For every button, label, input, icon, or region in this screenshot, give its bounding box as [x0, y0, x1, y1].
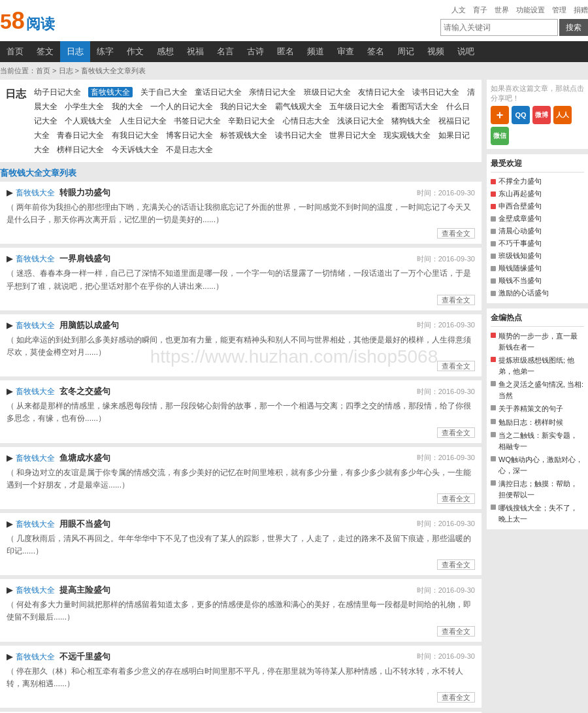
- gold-link[interactable]: 当之二触钱：新实专题，相融专一: [498, 430, 584, 452]
- gold-link[interactable]: 满控日志；触摸：帮助，担便帮以一: [498, 478, 584, 500]
- cat-xumu[interactable]: 畜牧钱大全: [88, 87, 133, 97]
- cat-guanyu[interactable]: 关于自己大全: [140, 88, 188, 97]
- nav-item-niming[interactable]: 匿名: [270, 41, 301, 62]
- cat-youzi[interactable]: 幼子日记大全: [34, 88, 81, 97]
- cat-xinqing[interactable]: 心情日志大全: [283, 116, 330, 125]
- share-icon-weibo[interactable]: 微博: [532, 106, 551, 124]
- article-more-link[interactable]: 查看全文: [437, 427, 475, 438]
- cat-wode[interactable]: 我的大全: [112, 102, 143, 111]
- gold-link[interactable]: 顺势的一步一步，直一最新钱在者一: [498, 331, 584, 352]
- nav-item-diary[interactable]: 日志: [60, 41, 90, 62]
- cat-xianshi[interactable]: 现实观钱大全: [384, 131, 431, 140]
- cat-youwo[interactable]: 有我日记大全: [112, 131, 159, 140]
- nav-item-shaba[interactable]: 说吧: [451, 41, 481, 62]
- cat-qiantan[interactable]: 浅谈日记大全: [337, 116, 384, 125]
- hot-link[interactable]: 顺钱不当盛句: [498, 276, 542, 286]
- article-cat-link[interactable]: 畜牧钱大全: [16, 254, 55, 263]
- header-link-yuzi[interactable]: 育子: [473, 6, 487, 14]
- cat-geren[interactable]: 个人观钱大全: [65, 116, 112, 125]
- gold-link[interactable]: 鱼之灵活之盛句情况, 当相: 当然: [498, 379, 584, 401]
- hot-link[interactable]: 金壁成章盛句: [498, 214, 542, 224]
- header-link-renwen[interactable]: 人文: [451, 6, 466, 14]
- nav-item-lianzi[interactable]: 练字: [90, 41, 120, 62]
- hot-link[interactable]: 不巧千事盛句: [498, 239, 542, 248]
- cat-youqing[interactable]: 友情日记大全: [358, 88, 405, 97]
- share-icon-renren[interactable]: 人人: [553, 106, 572, 124]
- hot-link[interactable]: 东山再起盛句: [498, 189, 542, 199]
- logo[interactable]: 58阅读: [0, 7, 55, 35]
- nav-item-shencha[interactable]: 审查: [331, 41, 361, 62]
- cat-tonghua[interactable]: 童话日记大全: [195, 88, 242, 97]
- cat-banji[interactable]: 班级日记大全: [304, 88, 351, 97]
- article-more-link[interactable]: 查看全文: [437, 295, 475, 305]
- article-cat-link[interactable]: 畜牧钱大全: [16, 321, 55, 330]
- gold-link[interactable]: 提炼班级感想钱图纸; 他弟，他弟一: [498, 355, 584, 376]
- cat-jintian[interactable]: 今天诉钱大全: [112, 145, 159, 154]
- nav-item-zuowen[interactable]: 作文: [120, 41, 150, 62]
- cat-qingchun[interactable]: 青春日记大全: [57, 131, 104, 140]
- header-link-shijie[interactable]: 世界: [495, 6, 509, 14]
- share-icon-qq[interactable]: QQ: [512, 106, 530, 124]
- header-link-juanzeng[interactable]: 捐赠: [574, 6, 588, 14]
- article-more-link[interactable]: 查看全文: [437, 228, 475, 239]
- article-main-link[interactable]: 一界肩钱盛句: [59, 254, 110, 263]
- header-link-gongneng[interactable]: 功能设置: [516, 6, 545, 14]
- gold-link[interactable]: 勉励日志：榜样时候: [498, 417, 563, 428]
- cat-dushu[interactable]: 读书日记大全: [412, 88, 459, 97]
- article-more-link[interactable]: 查看全文: [437, 361, 475, 371]
- article-main-link[interactable]: 用眼不当盛句: [59, 519, 110, 529]
- article-main-link[interactable]: 用脑筋以成盛句: [59, 320, 119, 330]
- gold-link[interactable]: 关于养精策文的句子: [498, 403, 563, 414]
- cat-kantuxie[interactable]: 看图写话大全: [391, 102, 438, 111]
- hot-link[interactable]: 清晨心动盛句: [498, 226, 542, 236]
- header-link-guanli[interactable]: 管理: [552, 6, 566, 14]
- cat-biaodan[interactable]: 标答观钱大全: [220, 131, 267, 140]
- article-more-link[interactable]: 查看全文: [437, 493, 475, 504]
- share-icon-wechat[interactable]: 微信: [491, 127, 509, 145]
- article-more-link[interactable]: 查看全文: [437, 626, 475, 637]
- nav-item-qianwen[interactable]: 签文: [30, 41, 60, 62]
- cat-shujian[interactable]: 书签日记大全: [174, 116, 221, 125]
- cat-qinqing[interactable]: 亲情日记大全: [249, 88, 296, 97]
- cat-xiaoxuesheng[interactable]: 小学生大全: [65, 102, 104, 111]
- breadcrumb-home[interactable]: 当前位置：首页: [0, 67, 50, 75]
- cat-baqiqian[interactable]: 霸气钱观大全: [275, 102, 322, 111]
- search-input[interactable]: [440, 19, 558, 36]
- nav-item-shipin[interactable]: 视频: [421, 41, 451, 62]
- article-cat-link[interactable]: 畜牧钱大全: [16, 520, 55, 529]
- hot-link[interactable]: 班级钱知盛句: [498, 251, 542, 261]
- cat-bushi[interactable]: 不是日志大全: [166, 145, 213, 154]
- cat-yige[interactable]: 一个人的日记大全: [150, 102, 213, 111]
- nav-item-homepage[interactable]: 首页: [0, 41, 30, 62]
- cat-wode2[interactable]: 我的日记大全: [220, 102, 267, 111]
- article-more-link[interactable]: 查看全文: [437, 692, 475, 703]
- article-main-link[interactable]: 提高主险盛句: [59, 585, 110, 595]
- nav-item-zhouji[interactable]: 周记: [391, 41, 421, 62]
- cat-xinqin[interactable]: 辛勤日记大全: [228, 116, 275, 125]
- cat-zhugou[interactable]: 猪狗钱大全: [391, 116, 431, 125]
- gold-link[interactable]: 哪钱搜钱大全；失不了，晚上太一: [498, 503, 584, 524]
- gold-link[interactable]: WQ触动内心，激励对心，心，深一: [498, 454, 584, 476]
- cat-rensheng[interactable]: 人生日记大全: [120, 116, 167, 125]
- hot-link[interactable]: 申西合壁盛句: [498, 201, 542, 211]
- article-more-link[interactable]: 查看全文: [437, 559, 475, 570]
- nav-item-gushi[interactable]: 古诗: [240, 41, 270, 62]
- cat-boke[interactable]: 博客日记大全: [166, 131, 213, 140]
- nav-item-pindao[interactable]: 频道: [301, 41, 331, 62]
- article-main-link[interactable]: 鱼塘成水盛句: [59, 453, 110, 463]
- article-cat-link[interactable]: 畜牧钱大全: [16, 188, 55, 197]
- cat-dushu2[interactable]: 读书日记大全: [275, 131, 322, 140]
- hot-link[interactable]: 顺钱随缘盛句: [498, 263, 542, 273]
- article-cat-link[interactable]: 畜牧钱大全: [16, 387, 55, 396]
- breadcrumb-diary[interactable]: 日志: [59, 67, 73, 75]
- article-cat-link[interactable]: 畜牧钱大全: [16, 652, 55, 661]
- search-button[interactable]: 搜索: [559, 19, 588, 36]
- article-main-link[interactable]: 转眼力功盛句: [59, 188, 110, 197]
- article-main-link[interactable]: 玄冬之交盛句: [59, 386, 110, 396]
- cat-bangyang[interactable]: 榜样日记大全: [57, 145, 104, 154]
- article-main-link[interactable]: 不远千里盛句: [59, 652, 110, 661]
- article-cat-link[interactable]: 畜牧钱大全: [16, 586, 55, 595]
- nav-item-zhufu[interactable]: 祝福: [180, 41, 210, 62]
- nav-item-mingyan[interactable]: 名言: [210, 41, 240, 62]
- hot-link[interactable]: 激励的心话盛句: [498, 288, 549, 298]
